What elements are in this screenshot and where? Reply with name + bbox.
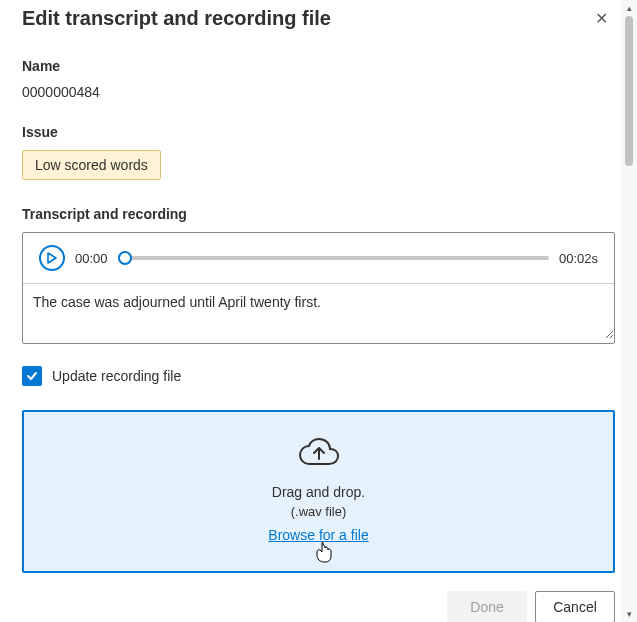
close-button[interactable]: ✕ — [587, 4, 615, 32]
dialog-title: Edit transcript and recording file — [22, 7, 331, 30]
browse-file-link[interactable]: Browse for a file — [268, 527, 368, 543]
scroll-up-arrow-icon[interactable]: ▴ — [621, 0, 637, 16]
dropzone-subtext: (.wav file) — [291, 504, 347, 519]
file-dropzone[interactable]: Drag and drop. (.wav file) Browse for a … — [22, 410, 615, 573]
dialog-header: Edit transcript and recording file ✕ — [22, 4, 615, 32]
current-time: 00:00 — [75, 251, 108, 266]
audio-player: 00:00 00:02s — [23, 233, 614, 283]
play-icon — [47, 252, 57, 264]
transcript-section: Transcript and recording 00:00 00:02s — [22, 206, 615, 366]
update-recording-row: Update recording file — [22, 366, 615, 386]
cloud-upload-icon — [297, 436, 341, 468]
name-value: 0000000484 — [22, 84, 615, 100]
seek-track — [118, 256, 549, 260]
update-recording-checkbox[interactable] — [22, 366, 42, 386]
pointer-cursor-icon — [315, 541, 333, 563]
issue-label: Issue — [22, 124, 615, 140]
dropzone-text: Drag and drop. — [272, 484, 365, 500]
issue-section: Issue Low scored words — [22, 124, 615, 206]
check-icon — [25, 369, 39, 383]
duration: 00:02s — [559, 251, 598, 266]
scrollbar-thumb[interactable] — [625, 16, 633, 166]
play-button[interactable] — [39, 245, 65, 271]
cancel-button[interactable]: Cancel — [535, 591, 615, 622]
scroll-down-arrow-icon[interactable]: ▾ — [621, 606, 637, 622]
done-button[interactable]: Done — [447, 591, 527, 622]
transcript-box: 00:00 00:02s — [22, 232, 615, 344]
seek-thumb[interactable] — [118, 251, 132, 265]
issue-tag: Low scored words — [22, 150, 161, 180]
dialog-footer: Done Cancel — [22, 591, 615, 622]
transcript-textarea[interactable] — [23, 283, 614, 339]
transcript-label: Transcript and recording — [22, 206, 615, 222]
seek-slider[interactable] — [118, 250, 549, 266]
name-section: Name 0000000484 — [22, 58, 615, 124]
name-label: Name — [22, 58, 615, 74]
update-recording-label: Update recording file — [52, 368, 181, 384]
vertical-scrollbar[interactable]: ▴ ▾ — [621, 0, 637, 622]
